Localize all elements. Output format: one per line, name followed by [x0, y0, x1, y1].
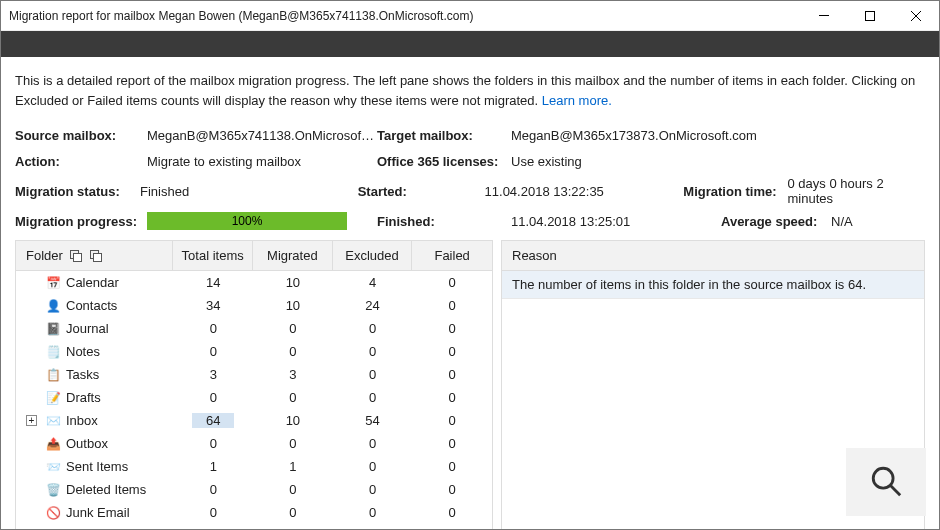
collapse-all-icon[interactable] — [89, 249, 103, 263]
folder-name: Contacts — [66, 298, 117, 313]
intro-text: This is a detailed report of the mailbox… — [15, 71, 925, 110]
toolbar-strip — [1, 31, 939, 57]
cell-failed[interactable]: 0 — [412, 298, 492, 313]
cell-excluded[interactable]: 4 — [333, 275, 413, 290]
folder-name: Deleted Items — [66, 482, 146, 497]
col-total[interactable]: Total items — [173, 241, 253, 270]
cell-total: 3 — [173, 367, 253, 382]
table-row[interactable]: 🗒️Notes0000 — [16, 340, 492, 363]
table-row[interactable]: 📨Sent Items1100 — [16, 455, 492, 478]
table-row[interactable]: 📅Calendar141040 — [16, 271, 492, 294]
col-excluded[interactable]: Excluded — [333, 241, 413, 270]
tasks-icon: 📋 — [46, 368, 60, 382]
label-finished: Finished: — [377, 214, 511, 229]
folder-cell: 📝Drafts — [16, 390, 173, 405]
table-row[interactable]: 📓Journal0000 — [16, 317, 492, 340]
table-row[interactable]: +✉️Inbox6410540 — [16, 409, 492, 432]
reason-header: Reason — [502, 241, 924, 271]
table-row[interactable]: 👤Contacts3410240 — [16, 294, 492, 317]
label-target: Target mailbox: — [377, 128, 511, 143]
label-source: Source mailbox: — [15, 128, 147, 143]
table-row[interactable]: 📝Drafts0000 — [16, 386, 492, 409]
cell-total: 0 — [173, 321, 253, 336]
cell-total: 0 — [173, 344, 253, 359]
table-row[interactable]: 📁Archive0000 — [16, 524, 492, 530]
label-status: Migration status: — [15, 184, 140, 199]
outbox-icon: 📤 — [46, 437, 60, 451]
value-licenses: Use existing — [511, 154, 721, 169]
drafts-icon: 📝 — [46, 391, 60, 405]
cell-excluded[interactable]: 54 — [333, 413, 413, 428]
col-failed[interactable]: Failed — [412, 241, 492, 270]
reason-row[interactable]: The number of items in this folder in th… — [502, 271, 924, 299]
label-mtime: Migration time: — [683, 184, 787, 199]
cell-excluded[interactable]: 0 — [333, 505, 413, 520]
table-row[interactable]: 🗑️Deleted Items0000 — [16, 478, 492, 501]
close-button[interactable] — [893, 1, 939, 31]
cell-excluded[interactable]: 0 — [333, 436, 413, 451]
cell-failed[interactable]: 0 — [412, 390, 492, 405]
cell-total: 0 — [173, 436, 253, 451]
cell-excluded[interactable]: 0 — [333, 482, 413, 497]
window-titlebar: Migration report for mailbox Megan Bowen… — [1, 1, 939, 31]
folder-cell: 📋Tasks — [16, 367, 173, 382]
svg-rect-3 — [73, 253, 81, 261]
expand-all-icon[interactable] — [69, 249, 83, 263]
cell-excluded[interactable]: 0 — [333, 367, 413, 382]
label-licenses: Office 365 licenses: — [377, 154, 511, 169]
folder-name: Sent Items — [66, 459, 128, 474]
svg-rect-5 — [93, 253, 101, 261]
label-progress: Migration progress: — [15, 214, 147, 229]
folder-name: Junk Email — [66, 505, 130, 520]
folder-name: Tasks — [66, 367, 99, 382]
cell-failed[interactable]: 0 — [412, 459, 492, 474]
search-button[interactable] — [846, 448, 926, 516]
cell-failed[interactable]: 0 — [412, 367, 492, 382]
cell-failed[interactable]: 0 — [412, 344, 492, 359]
table-row[interactable]: 📋Tasks3300 — [16, 363, 492, 386]
cell-excluded[interactable]: 24 — [333, 298, 413, 313]
value-finished: 11.04.2018 13:25:01 — [511, 214, 721, 229]
maximize-button[interactable] — [847, 1, 893, 31]
folder-cell: 👤Contacts — [16, 298, 173, 313]
cell-excluded[interactable]: 0 — [333, 390, 413, 405]
cell-migrated: 10 — [253, 298, 333, 313]
cell-failed[interactable]: 0 — [412, 275, 492, 290]
cell-excluded[interactable]: 0 — [333, 459, 413, 474]
cell-failed[interactable]: 0 — [412, 482, 492, 497]
cell-total: 64 — [173, 413, 253, 428]
window-controls — [801, 1, 939, 31]
calendar-icon: 📅 — [46, 276, 60, 290]
cell-total: 14 — [173, 275, 253, 290]
value-status: Finished — [140, 184, 358, 199]
value-target: MeganB@M365x173873.OnMicrosoft.com — [511, 128, 721, 143]
cell-excluded[interactable]: 0 — [333, 321, 413, 336]
panes: Folder Total items Migrated Excluded Fai… — [15, 240, 925, 530]
svg-rect-0 — [819, 15, 829, 16]
folder-name: Calendar — [66, 275, 119, 290]
minimize-button[interactable] — [801, 1, 847, 31]
cell-failed[interactable]: 0 — [412, 413, 492, 428]
expand-toggle[interactable]: + — [26, 415, 37, 426]
cell-total: 34 — [173, 298, 253, 313]
learn-more-link[interactable]: Learn more. — [542, 93, 612, 108]
label-started: Started: — [358, 184, 485, 199]
label-action: Action: — [15, 154, 147, 169]
folder-cell: 🚫Junk Email — [16, 505, 173, 520]
col-migrated[interactable]: Migrated — [253, 241, 333, 270]
svg-line-7 — [890, 485, 900, 495]
folder-cell: 🗒️Notes — [16, 344, 173, 359]
table-row[interactable]: 🚫Junk Email0000 — [16, 501, 492, 524]
col-folder[interactable]: Folder — [16, 241, 173, 270]
cell-excluded[interactable]: 0 — [333, 344, 413, 359]
cell-migrated: 0 — [253, 344, 333, 359]
cell-total: 0 — [173, 390, 253, 405]
folder-name: Journal — [66, 321, 109, 336]
folder-cell: 📤Outbox — [16, 436, 173, 451]
cell-failed[interactable]: 0 — [412, 505, 492, 520]
search-icon — [869, 464, 903, 501]
cell-failed[interactable]: 0 — [412, 321, 492, 336]
cell-failed[interactable]: 0 — [412, 436, 492, 451]
cell-migrated: 10 — [253, 413, 333, 428]
table-row[interactable]: 📤Outbox0000 — [16, 432, 492, 455]
